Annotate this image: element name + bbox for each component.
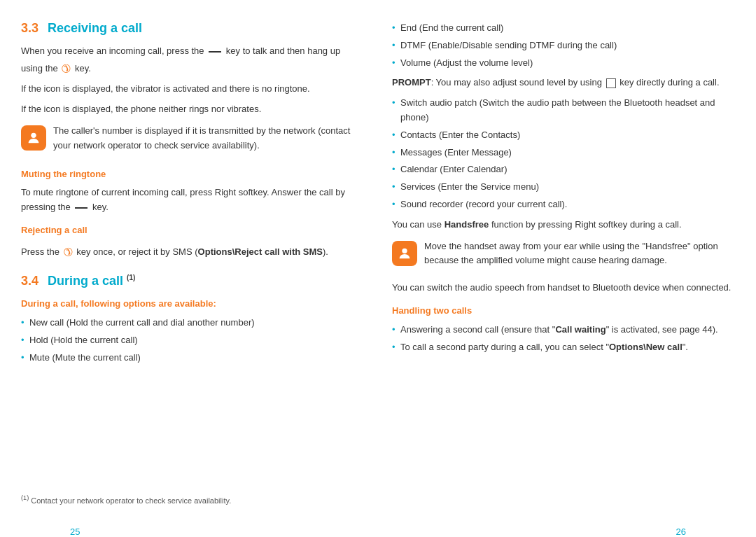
- section-34-container: 3.4 During a call (1) During a call, fol…: [21, 274, 364, 365]
- page-number-right: 26: [676, 526, 686, 537]
- contacts-text: Contacts (Enter the Contacts): [400, 130, 520, 140]
- bluetooth-paragraph: You can switch the audio speech from han…: [392, 281, 735, 295]
- rejecting-text2: key once, or reject it by SMS (: [76, 246, 197, 257]
- prompt-paragraph: PROMPT: You may also adjust sound level …: [392, 76, 735, 90]
- muting-paragraph: To mute ringtone of current incoming cal…: [21, 186, 364, 215]
- list-item: End (End the current call): [392, 21, 735, 36]
- list-item: Switch audio patch (Switch the audio pat…: [392, 96, 735, 125]
- rejecting-text3: ).: [323, 246, 328, 257]
- section-33-heading: Receiving a call: [48, 21, 142, 35]
- list-item: Hold (Hold the current call): [21, 333, 364, 348]
- footnote-text: (1) Contact your network operator to che…: [21, 493, 231, 507]
- during-call-subheading: During a call, following options are ava…: [21, 297, 364, 312]
- second-call-prefix: To call a second party during a call, yo…: [400, 342, 609, 352]
- handsfree-bold: Handsfree: [444, 219, 489, 230]
- list-item: DTMF (Enable/Disable sending DTMF during…: [392, 39, 735, 53]
- square-key-icon: [606, 78, 616, 88]
- options-new-bold: Options\New call: [609, 342, 682, 352]
- list-item: Sound recorder (record your current call…: [392, 197, 735, 212]
- caller-number-box: The caller's number is displayed if it i…: [21, 124, 364, 159]
- footer: (1) Contact your network operator to che…: [0, 486, 756, 526]
- list-item: Services (Enter the Service menu): [392, 180, 735, 195]
- muting-text: To mute ringtone of current incoming cal…: [21, 187, 345, 212]
- dash-key2-icon: [75, 207, 88, 209]
- list-item: Mute (Mute the current call): [21, 351, 364, 365]
- warning-person-icon: [397, 246, 412, 261]
- prompt-text2: key directly during a call.: [620, 77, 719, 88]
- second-call-suffix: ".: [682, 342, 688, 352]
- section-34-number: 3.4: [21, 274, 38, 288]
- extra-options-list: Switch audio patch (Switch the audio pat…: [392, 96, 735, 212]
- list-item: Volume (Adjust the volume level): [392, 56, 735, 71]
- vibrator-line2: If the icon is displayed, the phone neit…: [21, 102, 364, 117]
- sound-recorder-text: Sound recorder (record your current call…: [400, 199, 567, 209]
- dash-key-icon: [209, 51, 221, 53]
- caller-text: The caller's number is displayed if it i…: [53, 124, 364, 153]
- calendar-text: Calendar (Enter Calendar): [400, 164, 507, 174]
- handsfree-suffix: function by pressing Right softkey durin…: [489, 219, 681, 230]
- during-call-options-list: New call (Hold the current call and dial…: [21, 316, 364, 365]
- warning-text: Move the handset away from your ear whil…: [424, 239, 735, 269]
- handling-two-calls-heading: Handling two calls: [392, 304, 735, 319]
- section-33-title: 3.3 Receiving a call: [21, 21, 364, 36]
- svg-point-0: [31, 133, 36, 138]
- list-item: Calendar (Enter Calendar): [392, 162, 735, 177]
- rejecting-heading: Rejecting a call: [21, 223, 364, 238]
- switch-text: Switch audio patch (Switch the audio pat…: [400, 97, 715, 123]
- rejecting-bold-text: Options\Reject call with SMS: [198, 246, 323, 257]
- footnote-superscript: (1): [21, 494, 29, 501]
- right-column: End (End the current call) DTMF (Enable/…: [392, 21, 735, 472]
- prompt-label: PROMPT: [392, 77, 431, 88]
- option-2-text: Mute (Mute the current call): [29, 352, 141, 363]
- answering-prefix: Answering a second call (ensure that ": [400, 324, 555, 335]
- page-numbers-bar: 25 26: [0, 526, 756, 537]
- section-33-number: 3.3: [21, 21, 38, 35]
- vibrator-line1: If the icon is displayed, the vibrator i…: [21, 82, 364, 97]
- rejecting-text1: Press the: [21, 246, 59, 257]
- services-text: Services (Enter the Service menu): [400, 181, 539, 192]
- bullet-1-text: DTMF (Enable/Disable sending DTMF during…: [400, 40, 617, 50]
- prompt-text: : You may also adjust sound level by usi…: [431, 77, 602, 88]
- muting-text2: key.: [92, 202, 108, 212]
- list-item: New call (Hold the current call and dial…: [21, 316, 364, 330]
- footnote-body: Contact your network operator to check s…: [31, 496, 231, 504]
- muting-heading: Muting the ringtone: [21, 167, 364, 182]
- list-item: Contacts (Enter the Contacts): [392, 128, 735, 143]
- warning-icon-circle: [392, 241, 417, 266]
- handsfree-prefix: You can use: [392, 219, 444, 230]
- phone-reject-icon: ✆: [58, 242, 77, 260]
- warning-box: Move the handset away from your ear whil…: [392, 239, 735, 274]
- intro-text: When you receive an incoming call, press…: [21, 46, 204, 56]
- two-calls-list: Answering a second call (ensure that "Ca…: [392, 323, 735, 355]
- prompt-box: PROMPT: You may also adjust sound level …: [392, 76, 735, 90]
- call-options-bullet-list: End (End the current call) DTMF (Enable/…: [392, 21, 735, 70]
- caller-icon-circle: [21, 125, 46, 151]
- section-34-superscript: (1): [127, 274, 135, 281]
- call-waiting-bold: Call waiting: [555, 324, 606, 335]
- option-0-text: New call (Hold the current call and dial…: [29, 317, 255, 328]
- list-item: Messages (Enter Message): [392, 146, 735, 160]
- left-column: 3.3 Receiving a call When you receive an…: [21, 21, 364, 472]
- phone-hangup-icon: ✆: [57, 58, 76, 77]
- handsfree-paragraph: You can use Handsfree function by pressi…: [392, 218, 735, 232]
- page-number-left: 25: [70, 526, 80, 537]
- section-34-heading: During a call: [48, 274, 123, 288]
- list-item: To call a second party during a call, yo…: [392, 340, 735, 355]
- bullet-2-text: Volume (Adjust the volume level): [400, 57, 533, 68]
- intro-paragraph: When you receive an incoming call, press…: [21, 44, 364, 76]
- option-1-text: Hold (Hold the current call): [29, 335, 138, 345]
- bullet-0-text: End (End the current call): [400, 22, 503, 33]
- list-item: Answering a second call (ensure that "Ca…: [392, 323, 735, 337]
- messages-text: Messages (Enter Message): [400, 147, 512, 158]
- intro-text3: key.: [75, 63, 91, 74]
- caller-icon: [26, 130, 41, 146]
- rejecting-paragraph: Press the ✆ key once, or reject it by SM…: [21, 242, 364, 260]
- svg-point-1: [402, 248, 407, 253]
- answering-suffix: " is activated, see page 44).: [606, 324, 718, 335]
- section-34-title: 3.4 During a call (1): [21, 274, 364, 288]
